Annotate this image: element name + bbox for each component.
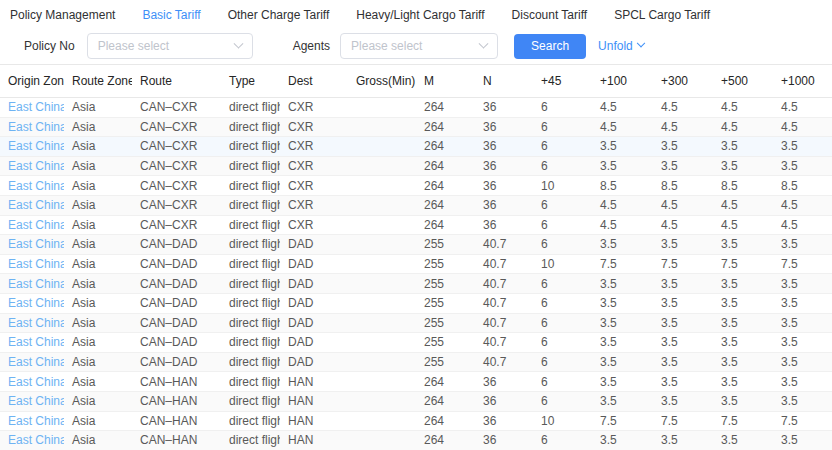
table-cell: HAN	[280, 391, 356, 411]
origin-zone-link[interactable]: East China	[0, 313, 64, 333]
table-cell: 4.5	[653, 98, 713, 118]
table-cell	[356, 195, 416, 215]
col-dest: Dest	[280, 65, 356, 98]
table-cell: Asia	[64, 254, 132, 274]
table-cell: 36	[475, 176, 533, 196]
table-cell: 6	[533, 333, 592, 353]
table-cell: 3.5	[773, 391, 832, 411]
table-cell: 36	[475, 117, 533, 137]
table-cell: 4.5	[773, 117, 832, 137]
col-plus1000: +1000	[773, 65, 832, 98]
origin-zone-link[interactable]: East China	[0, 431, 64, 450]
tab-spcl-cargo-tariff[interactable]: SPCL Cargo Tariff	[614, 8, 710, 22]
table-cell: 6	[533, 156, 592, 176]
origin-zone-link[interactable]: East China	[0, 117, 64, 137]
table-cell: Asia	[64, 333, 132, 353]
origin-zone-link[interactable]: East China	[0, 254, 64, 274]
table-cell: CAN–DAD	[132, 313, 221, 333]
origin-zone-link[interactable]: East China	[0, 195, 64, 215]
tab-policy-management[interactable]: Policy Management	[10, 8, 115, 22]
table-cell: 4.5	[592, 98, 653, 118]
table-row: East ChinaAsiaCAN–DADdirect flightDAD255…	[0, 254, 832, 274]
table-cell: 8.5	[592, 176, 653, 196]
table-cell: CAN–DAD	[132, 293, 221, 313]
table-cell: 36	[475, 98, 533, 118]
table-cell: 264	[416, 195, 475, 215]
search-button[interactable]: Search	[514, 34, 586, 59]
table-cell: 3.5	[653, 352, 713, 372]
col-m: M	[416, 65, 475, 98]
table-cell: DAD	[280, 333, 356, 353]
table-cell: CXR	[280, 156, 356, 176]
table-cell: 7.5	[592, 411, 653, 431]
tab-other-charge-tariff[interactable]: Other Charge Tariff	[228, 8, 330, 22]
table-cell: 3.5	[653, 235, 713, 255]
tab-discount-tariff[interactable]: Discount Tariff	[512, 8, 588, 22]
table-cell: 6	[533, 431, 592, 450]
origin-zone-link[interactable]: East China	[0, 372, 64, 392]
table-cell	[356, 137, 416, 157]
table-cell: 4.5	[653, 117, 713, 137]
table-cell: direct flight	[221, 254, 280, 274]
table-cell: CAN–HAN	[132, 431, 221, 450]
table-cell: 255	[416, 352, 475, 372]
origin-zone-link[interactable]: East China	[0, 215, 64, 235]
policy-no-select[interactable]: Please select	[87, 33, 253, 59]
origin-zone-link[interactable]: East China	[0, 176, 64, 196]
table-cell: 10	[533, 176, 592, 196]
chevron-down-icon	[637, 39, 645, 47]
table-cell: Asia	[64, 195, 132, 215]
table-cell: 3.5	[773, 274, 832, 294]
table-cell: 264	[416, 156, 475, 176]
table-cell: CXR	[280, 98, 356, 118]
origin-zone-link[interactable]: East China	[0, 98, 64, 118]
table-cell	[356, 254, 416, 274]
origin-zone-link[interactable]: East China	[0, 333, 64, 353]
table-cell: 40.7	[475, 274, 533, 294]
tab-heavy-light-cargo-tariff[interactable]: Heavy/Light Cargo Tariff	[356, 8, 484, 22]
table-cell: direct flight	[221, 352, 280, 372]
table-row: East ChinaAsiaCAN–DADdirect flightDAD255…	[0, 333, 832, 353]
origin-zone-link[interactable]: East China	[0, 411, 64, 431]
table-cell: Asia	[64, 137, 132, 157]
table-cell: 3.5	[773, 313, 832, 333]
table-cell: 36	[475, 411, 533, 431]
table-cell	[356, 235, 416, 255]
table-cell: 3.5	[592, 333, 653, 353]
origin-zone-link[interactable]: East China	[0, 274, 64, 294]
origin-zone-link[interactable]: East China	[0, 235, 64, 255]
table-cell: 3.5	[653, 156, 713, 176]
table-row: East ChinaAsiaCAN–CXRdirect flightCXR264…	[0, 215, 832, 235]
table-cell: CAN–DAD	[132, 352, 221, 372]
origin-zone-link[interactable]: East China	[0, 352, 64, 372]
table-cell	[356, 333, 416, 353]
table-cell: 3.5	[713, 235, 773, 255]
table-cell: 3.5	[592, 352, 653, 372]
table-cell: CAN–HAN	[132, 372, 221, 392]
table-cell: CXR	[280, 117, 356, 137]
tab-basic-tariff[interactable]: Basic Tariff	[142, 8, 200, 22]
table-cell: 40.7	[475, 352, 533, 372]
origin-zone-link[interactable]: East China	[0, 391, 64, 411]
table-cell: 3.5	[713, 391, 773, 411]
table-cell: direct flight	[221, 411, 280, 431]
col-plus100: +100	[592, 65, 653, 98]
table-cell: 3.5	[592, 372, 653, 392]
origin-zone-link[interactable]: East China	[0, 293, 64, 313]
table-cell: 10	[533, 411, 592, 431]
table-row: East ChinaAsiaCAN–DADdirect flightDAD255…	[0, 293, 832, 313]
table-row: East ChinaAsiaCAN–CXRdirect flightCXR264…	[0, 156, 832, 176]
origin-zone-link[interactable]: East China	[0, 156, 64, 176]
policy-no-placeholder: Please select	[98, 39, 169, 53]
origin-zone-link[interactable]: East China	[0, 137, 64, 157]
table-cell: direct flight	[221, 195, 280, 215]
tariff-table: Origin Zone Route Zone Route Type Dest G…	[0, 64, 832, 450]
table-cell: 3.5	[592, 391, 653, 411]
table-cell: 6	[533, 313, 592, 333]
table-cell: 3.5	[653, 372, 713, 392]
table-cell	[356, 98, 416, 118]
filter-bar: Policy No Please select Agents Please se…	[0, 33, 832, 59]
unfold-toggle[interactable]: Unfold	[598, 39, 644, 53]
agents-select[interactable]: Please select	[340, 33, 498, 59]
table-cell: 4.5	[713, 117, 773, 137]
